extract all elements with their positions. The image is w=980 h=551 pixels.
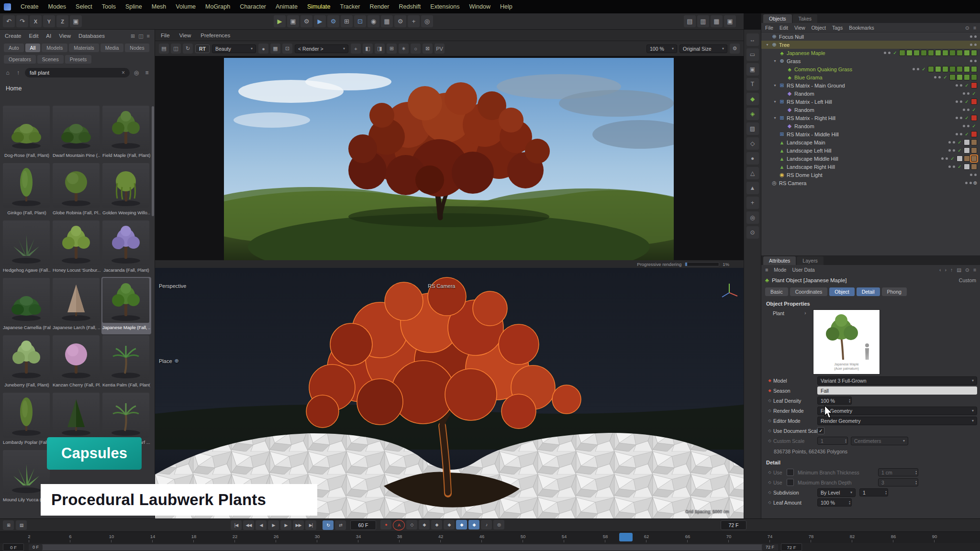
render-region-button[interactable]: ▣ bbox=[287, 15, 299, 27]
asset-item-field-maple-fall-plant[interactable]: Field Maple (Fall, Plant) bbox=[101, 105, 151, 162]
enabled-check-icon[interactable]: ✓ bbox=[949, 156, 956, 161]
keyframe-selection-button[interactable]: ◇ bbox=[406, 520, 417, 529]
forward-icon[interactable]: › bbox=[945, 267, 947, 273]
layout-grid-icon[interactable]: ▦ bbox=[711, 15, 723, 27]
split-view-icon[interactable]: ◨ bbox=[375, 44, 385, 54]
matrix-chip[interactable] bbox=[971, 115, 977, 121]
texture-chip[interactable] bbox=[964, 139, 970, 145]
previous-frame-button[interactable]: ◀ bbox=[256, 520, 267, 530]
solo-button[interactable]: ◎ bbox=[493, 520, 504, 529]
object-row-landscape-left-hill[interactable]: ▲Landscape Left Hill✓ bbox=[761, 146, 980, 154]
record-point-level-button[interactable]: ◆ bbox=[468, 520, 479, 529]
magnet-icon[interactable]: ◉ bbox=[368, 15, 379, 27]
asset-menu-view[interactable]: View bbox=[59, 33, 71, 39]
material-chip[interactable] bbox=[964, 66, 970, 72]
om-menu-object[interactable]: Object bbox=[812, 25, 826, 31]
editor-visibility-dot[interactable] bbox=[963, 109, 965, 111]
editor-visibility-dot[interactable] bbox=[970, 35, 972, 38]
object-row-random[interactable]: ◆Random✓ bbox=[761, 106, 980, 114]
lock-render-icon[interactable]: ● bbox=[258, 44, 268, 54]
preview-range-end-handle[interactable]: 72 F bbox=[762, 544, 778, 551]
menu-window[interactable]: Window bbox=[464, 3, 495, 10]
previous-key-button[interactable]: ◀◀ bbox=[243, 520, 254, 530]
render-visibility-dot[interactable] bbox=[960, 100, 962, 103]
asset-item-jacaranda-fall-plant[interactable]: Jacaranda (Fall, Plant) bbox=[101, 220, 151, 277]
filter-icon[interactable]: ◎ bbox=[133, 69, 140, 76]
grid-toggle-icon[interactable]: ⊞ bbox=[341, 15, 353, 27]
asset-item-lombardy-poplar-fall[interactable]: Lombardy Poplar (Fall... bbox=[2, 392, 52, 449]
panel-menu-icon[interactable]: ≡ bbox=[973, 267, 976, 273]
axis-z-button[interactable]: Z bbox=[56, 15, 68, 27]
om-menu-edit[interactable]: Edit bbox=[780, 25, 788, 31]
stepper-arrows-icon[interactable]: ▴▾ bbox=[843, 439, 846, 443]
render-visibility-dot[interactable] bbox=[960, 133, 962, 135]
record-scale-button[interactable]: ◆ bbox=[431, 520, 442, 529]
render-visibility-dot[interactable] bbox=[953, 141, 955, 143]
chevron-right-icon[interactable]: › bbox=[804, 310, 806, 316]
om-menu-view[interactable]: View bbox=[794, 25, 805, 31]
asset-item-honey-locust-sunbur[interactable]: Honey Locust 'Sunbur... bbox=[52, 220, 101, 277]
texture-chip[interactable] bbox=[971, 139, 977, 145]
object-row-rs-dome-light[interactable]: ◉RS Dome Light bbox=[761, 171, 980, 179]
up-level-icon[interactable]: ↑ bbox=[14, 69, 22, 76]
filter-tab-materials[interactable]: Materials bbox=[69, 44, 99, 52]
editor-visibility-dot[interactable] bbox=[884, 52, 886, 54]
attr-tab-phong[interactable]: Phong bbox=[882, 287, 907, 296]
timeline-mode-icon[interactable]: ⊞ bbox=[3, 520, 14, 530]
value-field-1[interactable]: 1▴▾ bbox=[859, 488, 888, 496]
object-row-landscape-middle-hill[interactable]: ▲Landscape Middle Hill✓ bbox=[761, 154, 980, 163]
editor-visibility-dot[interactable] bbox=[913, 68, 915, 70]
param-marker-icon[interactable]: ◇ bbox=[766, 429, 773, 433]
preview-range-start-handle[interactable]: 0 F bbox=[29, 544, 43, 551]
expand-arrow-icon[interactable]: ▾ bbox=[772, 59, 778, 63]
sound-button[interactable]: ♪ bbox=[481, 520, 492, 529]
param-marker-icon[interactable]: ◆ bbox=[766, 388, 773, 393]
plane-icon[interactable]: ▭ bbox=[746, 48, 759, 61]
attr-menu-mode[interactable]: Mode bbox=[774, 267, 786, 273]
rv-menu-file[interactable]: File bbox=[161, 33, 170, 38]
material-chip[interactable] bbox=[971, 66, 977, 72]
asset-menu-ai[interactable]: AI bbox=[46, 33, 51, 39]
edges-mode-icon[interactable]: △ bbox=[746, 167, 759, 179]
snap-settings-icon[interactable]: ⊙ bbox=[746, 226, 759, 239]
back-icon[interactable]: ‹ bbox=[939, 267, 941, 273]
asset-menu-databases[interactable]: Databases bbox=[78, 33, 105, 39]
object-row-rs-matrix-middle-hill[interactable]: ⊞RS Matrix - Middle Hill✓ bbox=[761, 130, 980, 138]
object-row-japanese-maple[interactable]: ♣Japanese Maple✓ bbox=[761, 49, 980, 57]
material-chip[interactable] bbox=[928, 50, 934, 56]
snapshot-icon[interactable]: ⊞ bbox=[387, 44, 397, 54]
panel-tab-objects[interactable]: Objects bbox=[763, 14, 792, 23]
asset-item-golden-weeping-willo[interactable]: Golden Weeping Willo... bbox=[101, 162, 151, 220]
object-row-random[interactable]: ◆Random✓ bbox=[761, 122, 980, 130]
editor-visibility-dot[interactable] bbox=[948, 149, 951, 152]
texture-chip[interactable] bbox=[964, 155, 970, 162]
render-visibility-dot[interactable] bbox=[974, 60, 977, 62]
material-chip[interactable] bbox=[913, 50, 920, 56]
category-tab-operators[interactable]: Operators bbox=[4, 55, 36, 64]
panel-menu-icon[interactable]: ≡ bbox=[147, 33, 150, 39]
om-menu-file[interactable]: File bbox=[765, 25, 773, 31]
range-start-field[interactable]: 0 F bbox=[3, 543, 24, 551]
param-marker-icon[interactable]: ◇ bbox=[766, 480, 773, 485]
object-row-rs-matrix-right-hill[interactable]: ▾⊞RS Matrix - Right Hill✓ bbox=[761, 114, 980, 122]
asset-item-kentia-palm-fall-plant[interactable]: Kentia Palm (Fall, Plant) bbox=[101, 334, 151, 392]
filter-tab-media[interactable]: Media bbox=[100, 44, 124, 52]
menu-create[interactable]: Create bbox=[16, 3, 44, 10]
attr-tab-coordinates[interactable]: Coordinates bbox=[790, 287, 828, 296]
panel-tab-takes[interactable]: Takes bbox=[793, 14, 817, 23]
object-row-rs-matrix-main-ground[interactable]: ▾⊞RS Matrix - Main Ground✓ bbox=[761, 81, 980, 89]
material-chip[interactable] bbox=[942, 50, 948, 56]
text-icon[interactable]: T bbox=[746, 78, 759, 90]
axis-mode-icon[interactable]: + bbox=[746, 197, 759, 209]
menu-extensions[interactable]: Extensions bbox=[425, 3, 464, 10]
menu-character[interactable]: Character bbox=[235, 3, 271, 10]
object-row-random[interactable]: ◆Random✓ bbox=[761, 89, 980, 98]
viewport-filter-icon[interactable]: ◎ bbox=[421, 15, 433, 27]
camera-label[interactable]: RS Camera bbox=[428, 283, 455, 289]
menu-render[interactable]: Render bbox=[365, 3, 394, 10]
enabled-check-icon[interactable]: ✓ bbox=[957, 148, 963, 153]
snap-toggle-icon[interactable]: ⊡ bbox=[354, 15, 366, 27]
matrix-chip[interactable] bbox=[971, 82, 977, 88]
go-to-end-button[interactable]: ▶| bbox=[305, 520, 316, 530]
save-image-icon[interactable]: ▤ bbox=[159, 44, 169, 54]
